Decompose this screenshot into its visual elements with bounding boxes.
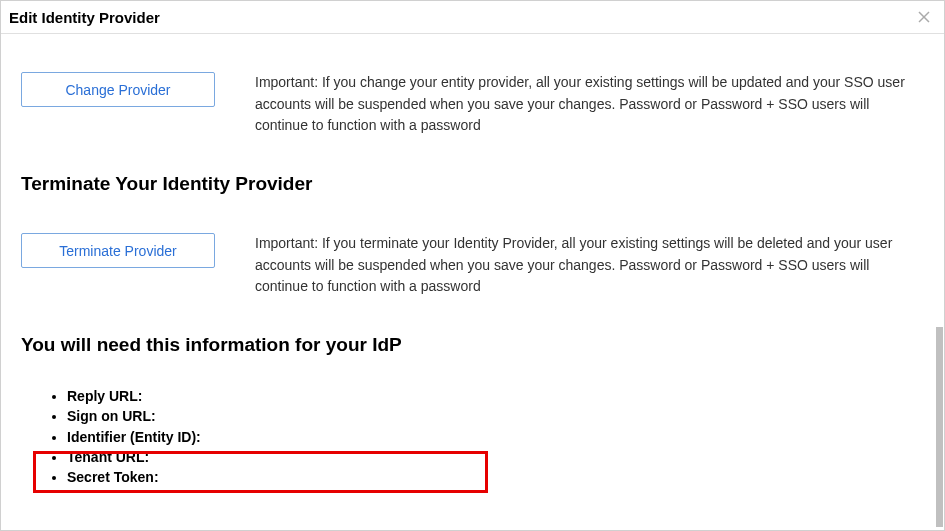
change-provider-button[interactable]: Change Provider xyxy=(21,72,215,107)
idp-info-item-secret-token: Secret Token: xyxy=(67,467,924,487)
idp-info-item-identifier: Identifier (Entity ID): xyxy=(67,427,924,447)
dialog-title: Edit Identity Provider xyxy=(9,9,160,26)
idp-info-heading: You will need this information for your … xyxy=(21,334,924,356)
terminate-provider-section: Terminate Provider Important: If you ter… xyxy=(21,233,924,298)
terminate-provider-button[interactable]: Terminate Provider xyxy=(21,233,215,268)
scrollbar-track[interactable] xyxy=(936,37,943,528)
idp-info-item-signon-url: Sign on URL: xyxy=(67,406,924,426)
idp-info-list: Reply URL: Sign on URL: Identifier (Enti… xyxy=(67,386,924,487)
terminate-heading: Terminate Your Identity Provider xyxy=(21,173,924,195)
scrollbar-thumb[interactable] xyxy=(936,327,943,527)
dialog-body: Change Provider Important: If you change… xyxy=(1,34,944,527)
idp-info-item-reply-url: Reply URL: xyxy=(67,386,924,406)
edit-identity-provider-dialog: Edit Identity Provider Change Provider I… xyxy=(0,0,945,531)
dialog-header: Edit Identity Provider xyxy=(1,1,944,34)
idp-info-item-tenant-url: Tenant URL: xyxy=(67,447,924,467)
terminate-provider-important: Important: If you terminate your Identit… xyxy=(255,233,924,298)
change-provider-important: Important: If you change your entity pro… xyxy=(255,72,924,137)
close-icon[interactable] xyxy=(914,7,934,27)
change-provider-section: Change Provider Important: If you change… xyxy=(21,72,924,137)
